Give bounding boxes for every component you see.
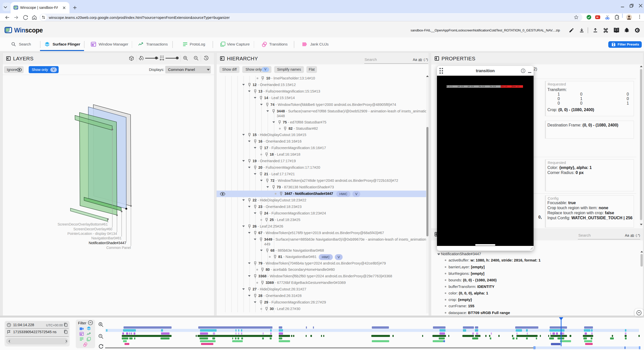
svg-text:ScreenDecorOverlayBottom#61: ScreenDecorOverlayBottom#61 — [58, 222, 108, 226]
svg-text:Common Panel: Common Panel — [106, 246, 131, 250]
svg-text:NotificationShade#3447: NotificationShade#3447 — [89, 241, 126, 245]
svg-text:NavigationBar0#81: NavigationBar0#81 — [91, 236, 122, 240]
svg-text:ScreenDecorOverlay#60: ScreenDecorOverlay#60 — [73, 227, 112, 231]
svg-text:PointerLocation - display 0#13: PointerLocation - display 0#134 — [67, 232, 117, 236]
